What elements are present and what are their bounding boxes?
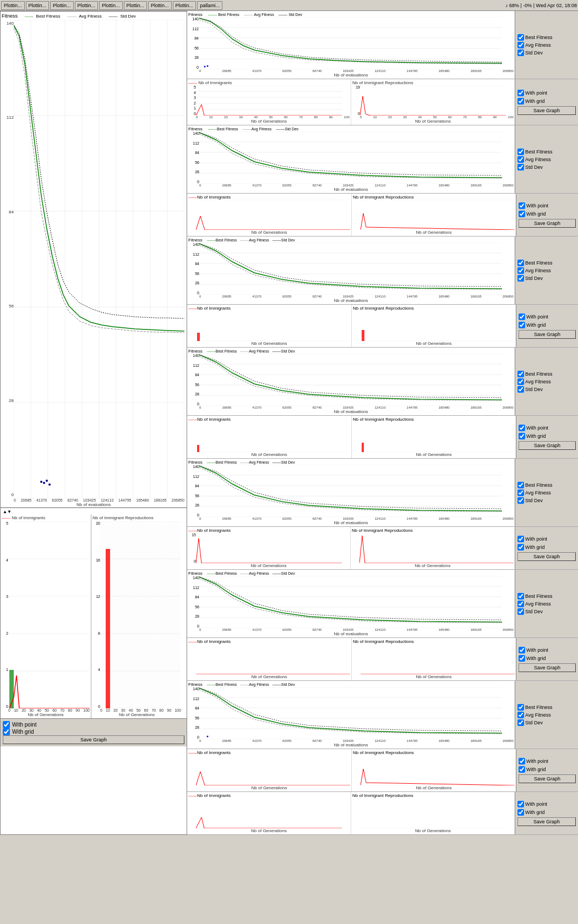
taskbar-item-9[interactable]: pallami... — [197, 1, 222, 10]
save-graph-btn-5[interactable]: Save Graph — [519, 330, 576, 339]
best-fitness-cb-6[interactable] — [517, 371, 524, 377]
right-row-12: Fitness——Best Fitness——Avg Fitness——Std … — [187, 681, 578, 749]
right-row-11: ——Nb of Immigrants Nb of Generations Nb … — [187, 638, 578, 681]
svg-point-19 — [46, 480, 48, 482]
left-with-grid-checkbox[interactable] — [3, 728, 10, 735]
right-controls-0: Best Fitness Avg Fitness Std Dev — [515, 11, 578, 79]
std-dev-cb-0[interactable] — [517, 50, 524, 56]
left-with-point-checkbox[interactable] — [3, 721, 10, 728]
taskbar-item-7[interactable]: Plottin... — [148, 1, 172, 10]
save-graph-btn-13[interactable]: Save Graph — [519, 774, 576, 783]
svg-point-44 — [207, 65, 209, 67]
save-graph-btn-1[interactable]: Save Graph — [517, 106, 576, 115]
svg-rect-80 — [197, 445, 199, 452]
svg-point-17 — [40, 481, 42, 483]
taskbar-item-2[interactable]: Plottin... — [26, 1, 50, 10]
left-graph-title: Fitness — [2, 13, 18, 19]
svg-rect-36 — [106, 549, 110, 708]
taskbar-item-4[interactable]: Plottin... — [75, 1, 99, 10]
taskbar-item-1[interactable]: Plottin... — [1, 1, 25, 10]
taskbar-item-3[interactable]: Plottin... — [50, 1, 74, 10]
right-row-8: Fitness——Best Fitness——Avg Fitness——Std … — [187, 459, 578, 527]
best-fitness-cb-2[interactable] — [517, 148, 524, 155]
left-save-graph-button[interactable]: Save Graph — [3, 735, 184, 744]
avg-fitness-cb-8[interactable] — [517, 490, 524, 496]
svg-rect-35 — [100, 521, 181, 708]
right-row-2: Fitness ——Best Fitness ——Avg Fitness ——S… — [187, 125, 578, 194]
left-mini-x-label: Nb of Generations — [2, 712, 90, 717]
std-dev-cb-4[interactable] — [517, 275, 524, 282]
svg-point-43 — [204, 66, 206, 68]
left-fitness-graph: Fitness —— Best Fitness —— Avg Fitness —… — [1, 12, 187, 508]
right-row-1: —— Nb of Immigrants 5 4 3 2 1 0 — [187, 79, 578, 125]
left-reproductions-graph: Nb of Immigrant Reproductions 20 16 12 8… — [91, 514, 182, 718]
svg-rect-70 — [197, 333, 200, 341]
with-point-cb-5[interactable] — [519, 314, 525, 320]
best-fitness-cb-8[interactable] — [517, 482, 524, 488]
save-graph-btn-14[interactable]: Save Graph — [517, 817, 576, 826]
svg-rect-72 — [362, 330, 364, 341]
right-row-14-partial: ——Nb of Immigrants Nb of Generations Nb … — [187, 792, 578, 835]
right-row-10: Fitness——Best Fitness——Avg Fitness——Std … — [187, 570, 578, 638]
right-row-9: ——Nb of Immigrants 150 Nb of Generations… — [187, 527, 578, 570]
with-grid-cb-5[interactable] — [519, 322, 525, 328]
with-point-cb-14[interactable] — [517, 801, 524, 807]
with-grid-cb-14[interactable] — [517, 809, 524, 816]
with-grid-cb-3[interactable] — [519, 211, 525, 217]
right-row-5: ——Nb of Immigrants Nb of Generations Nb … — [187, 305, 578, 348]
with-point-cb-9[interactable] — [517, 536, 524, 542]
std-dev-cb-8[interactable] — [517, 497, 524, 504]
with-point-cb-1[interactable] — [517, 90, 524, 96]
avg-fitness-cb-6[interactable] — [517, 378, 524, 385]
save-graph-btn-7[interactable]: Save Graph — [519, 441, 576, 450]
taskbar: Plottin... Plottin... Plottin... Plottin… — [0, 0, 578, 11]
right-row-6: Fitness——Best Fitness——Avg Fitness——Std … — [187, 348, 578, 416]
save-graph-btn-3[interactable]: Save Graph — [519, 219, 576, 228]
avg-fitness-cb-2[interactable] — [517, 156, 524, 163]
with-grid-cb-7[interactable] — [519, 433, 525, 439]
mini-reproductions-0: Nb of Immigrant Reproductions 19 0 — [351, 79, 515, 125]
with-grid-cb-9[interactable] — [517, 544, 524, 551]
left-immigrants-graph: —— Nb of Immigrants 5 4 3 2 1 0 — [1, 514, 91, 718]
with-point-cb-11[interactable] — [519, 647, 525, 653]
save-graph-btn-11[interactable]: Save Graph — [519, 663, 576, 672]
best-fitness-cb-10[interactable] — [517, 593, 524, 600]
best-fitness-cb-4[interactable] — [517, 260, 524, 266]
std-dev-cb-12[interactable] — [517, 719, 524, 726]
best-fitness-cb-12[interactable] — [517, 704, 524, 711]
left-x-axis-label: Nb of evaluations — [1, 502, 187, 507]
status-bar: ♪ 68% | -0% | Wed Apr 02, 18:08 — [505, 3, 577, 8]
avg-fitness-cb-0[interactable] — [517, 42, 524, 48]
svg-point-20 — [48, 483, 51, 486]
right-controls-1: With point With grid Save Graph — [515, 79, 578, 125]
svg-rect-82 — [362, 443, 364, 452]
std-dev-cb-6[interactable] — [517, 386, 524, 393]
avg-fitness-cb-4[interactable] — [517, 267, 524, 274]
avg-fitness-cb-10[interactable] — [517, 601, 524, 607]
taskbar-item-6[interactable]: Plottin... — [124, 1, 148, 10]
std-dev-cb-2[interactable] — [517, 164, 524, 170]
svg-point-18 — [43, 482, 45, 484]
with-point-cb-7[interactable] — [519, 425, 525, 431]
save-graph-btn-9[interactable]: Save Graph — [517, 552, 576, 561]
with-point-cb-3[interactable] — [519, 202, 525, 209]
best-fitness-cb-0[interactable] — [517, 34, 524, 41]
with-grid-cb-13[interactable] — [519, 766, 525, 773]
mini-immigrants-0: —— Nb of Immigrants 5 4 3 2 1 0 — [187, 79, 351, 125]
with-grid-cb-1[interactable] — [517, 98, 524, 105]
with-point-cb-13[interactable] — [519, 758, 525, 765]
right-row-4: Fitness——Best Fitness——Avg Fitness——Std … — [187, 237, 578, 305]
svg-point-105 — [207, 736, 209, 738]
left-mini-graphs: ▲▼ —— Nb of Immigrants 5 4 3 2 — [1, 508, 187, 718]
with-grid-cb-11[interactable] — [519, 655, 525, 662]
taskbar-item-8[interactable]: Plottin... — [173, 1, 197, 10]
right-row-7: ——Nb of Immigrants Nb of Generations Nb … — [187, 416, 578, 459]
avg-fitness-cb-12[interactable] — [517, 712, 524, 718]
left-bottom-controls: With point With grid Save Graph — [1, 718, 187, 746]
right-row-13: ——Nb of Immigrants Nb of Generations Nb … — [187, 749, 578, 792]
right-row-3: ——Nb of Immigrants Nb of Generations Nb … — [187, 194, 578, 237]
taskbar-item-5[interactable]: Plottin... — [99, 1, 123, 10]
std-dev-cb-10[interactable] — [517, 608, 524, 615]
right-row-0: Fitness —— Best Fitness —— Avg Fitness —… — [187, 11, 578, 79]
